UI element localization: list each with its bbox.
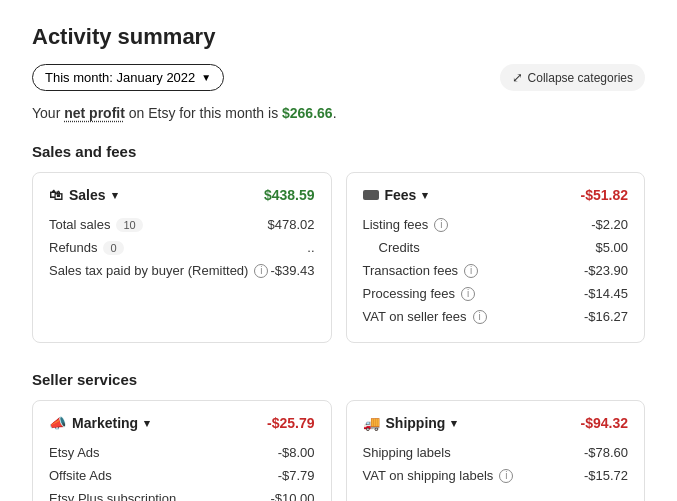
shipping-card-title: 🚚 Shipping ▾ xyxy=(363,415,458,431)
offsite-ads-value: -$7.79 xyxy=(278,468,315,483)
table-row: Sales tax paid by buyer (Remitted) i -$3… xyxy=(49,259,315,282)
credits-label: Credits xyxy=(379,240,420,255)
fees-dropdown-icon[interactable]: ▾ xyxy=(422,189,428,202)
info-icon[interactable]: i xyxy=(461,287,475,301)
fees-card: Fees ▾ -$51.82 Listing fees i -$2.20 Cre… xyxy=(346,172,646,343)
month-selector-button[interactable]: This month: January 2022 ▼ xyxy=(32,64,224,91)
sales-tax-value: -$39.43 xyxy=(270,263,314,278)
seller-services-section-title: Seller services xyxy=(32,371,645,388)
shipping-icon: 🚚 xyxy=(363,415,380,431)
sales-card: 🛍 Sales ▾ $438.59 Total sales 10 $478.02… xyxy=(32,172,332,343)
vat-seller-value: -$16.27 xyxy=(584,309,628,324)
total-sales-value: $478.02 xyxy=(268,217,315,232)
shipping-total: -$94.32 xyxy=(581,415,628,431)
month-selector-label: This month: January 2022 xyxy=(45,70,195,85)
etsy-plus-value: -$10.00 xyxy=(270,491,314,501)
table-row: VAT on seller fees i -$16.27 xyxy=(363,305,629,328)
sales-section-title: Sales and fees xyxy=(32,143,645,160)
sales-label: Sales xyxy=(69,187,106,203)
marketing-icon: 📣 xyxy=(49,415,66,431)
refunds-label: Refunds 0 xyxy=(49,240,124,255)
profit-amount: $266.66 xyxy=(282,105,333,121)
table-row: Processing fees i -$14.45 xyxy=(363,282,629,305)
table-row: Etsy Plus subscription -$10.00 xyxy=(49,487,315,501)
table-row: Credits $5.00 xyxy=(363,236,629,259)
fees-card-header: Fees ▾ -$51.82 xyxy=(363,187,629,203)
shipping-label: Shipping xyxy=(386,415,446,431)
shipping-card-header: 🚚 Shipping ▾ -$94.32 xyxy=(363,415,629,431)
shipping-dropdown-icon[interactable]: ▾ xyxy=(451,417,457,430)
table-row: Offsite Ads -$7.79 xyxy=(49,464,315,487)
profit-period: . xyxy=(333,105,337,121)
table-row: Transaction fees i -$23.90 xyxy=(363,259,629,282)
info-icon[interactable]: i xyxy=(434,218,448,232)
total-sales-label: Total sales 10 xyxy=(49,217,143,232)
transaction-fees-value: -$23.90 xyxy=(584,263,628,278)
profit-text-1: Your xyxy=(32,105,64,121)
marketing-dropdown-icon[interactable]: ▾ xyxy=(144,417,150,430)
fees-icon xyxy=(363,190,379,200)
table-row: Listing fees i -$2.20 xyxy=(363,213,629,236)
marketing-card: 📣 Marketing ▾ -$25.79 Etsy Ads -$8.00 Of… xyxy=(32,400,332,501)
table-row: Total sales 10 $478.02 xyxy=(49,213,315,236)
total-sales-badge: 10 xyxy=(116,218,142,232)
table-row: Refunds 0 .. xyxy=(49,236,315,259)
profit-text-2: on Etsy for this month is xyxy=(125,105,282,121)
sales-card-header: 🛍 Sales ▾ $438.59 xyxy=(49,187,315,203)
vat-shipping-value: -$15.72 xyxy=(584,468,628,483)
info-icon[interactable]: i xyxy=(464,264,478,278)
refunds-badge: 0 xyxy=(103,241,123,255)
sales-cards-grid: 🛍 Sales ▾ $438.59 Total sales 10 $478.02… xyxy=(32,172,645,343)
header-row: This month: January 2022 ▼ ⤢ Collapse ca… xyxy=(32,64,645,91)
sales-dropdown-icon[interactable]: ▾ xyxy=(112,189,118,202)
profit-summary: Your net profit on Etsy for this month i… xyxy=(32,105,645,121)
fees-total: -$51.82 xyxy=(581,187,628,203)
collapse-label: Collapse categories xyxy=(528,71,633,85)
transaction-fees-label: Transaction fees i xyxy=(363,263,479,278)
seller-services-cards-grid: 📣 Marketing ▾ -$25.79 Etsy Ads -$8.00 Of… xyxy=(32,400,645,501)
sales-total: $438.59 xyxy=(264,187,315,203)
offsite-ads-label: Offsite Ads xyxy=(49,468,112,483)
credits-value: $5.00 xyxy=(595,240,628,255)
refunds-value: .. xyxy=(307,240,314,255)
shipping-labels-label: Shipping labels xyxy=(363,445,451,460)
marketing-label: Marketing xyxy=(72,415,138,431)
marketing-card-header: 📣 Marketing ▾ -$25.79 xyxy=(49,415,315,431)
etsy-plus-label: Etsy Plus subscription xyxy=(49,491,176,501)
info-icon[interactable]: i xyxy=(499,469,513,483)
info-icon[interactable]: i xyxy=(473,310,487,324)
etsy-ads-value: -$8.00 xyxy=(278,445,315,460)
etsy-ads-label: Etsy Ads xyxy=(49,445,100,460)
fees-label: Fees xyxy=(385,187,417,203)
marketing-card-title: 📣 Marketing ▾ xyxy=(49,415,150,431)
marketing-total: -$25.79 xyxy=(267,415,314,431)
sales-card-title: 🛍 Sales ▾ xyxy=(49,187,118,203)
sales-tax-label: Sales tax paid by buyer (Remitted) i xyxy=(49,263,268,278)
processing-fees-value: -$14.45 xyxy=(584,286,628,301)
listing-fees-label: Listing fees i xyxy=(363,217,449,232)
table-row: Etsy Ads -$8.00 xyxy=(49,441,315,464)
shipping-card: 🚚 Shipping ▾ -$94.32 Shipping labels -$7… xyxy=(346,400,646,501)
sales-icon: 🛍 xyxy=(49,187,63,203)
shipping-labels-value: -$78.60 xyxy=(584,445,628,460)
vat-shipping-label: VAT on shipping labels i xyxy=(363,468,514,483)
listing-fees-value: -$2.20 xyxy=(591,217,628,232)
collapse-icon: ⤢ xyxy=(512,70,523,85)
table-row: Shipping labels -$78.60 xyxy=(363,441,629,464)
processing-fees-label: Processing fees i xyxy=(363,286,476,301)
collapse-categories-button[interactable]: ⤢ Collapse categories xyxy=(500,64,645,91)
page-title: Activity summary xyxy=(32,24,645,50)
vat-seller-label: VAT on seller fees i xyxy=(363,309,487,324)
net-profit-label: net profit xyxy=(64,105,125,121)
table-row: VAT on shipping labels i -$15.72 xyxy=(363,464,629,487)
chevron-down-icon: ▼ xyxy=(201,72,211,83)
info-icon[interactable]: i xyxy=(254,264,268,278)
fees-card-title: Fees ▾ xyxy=(363,187,429,203)
